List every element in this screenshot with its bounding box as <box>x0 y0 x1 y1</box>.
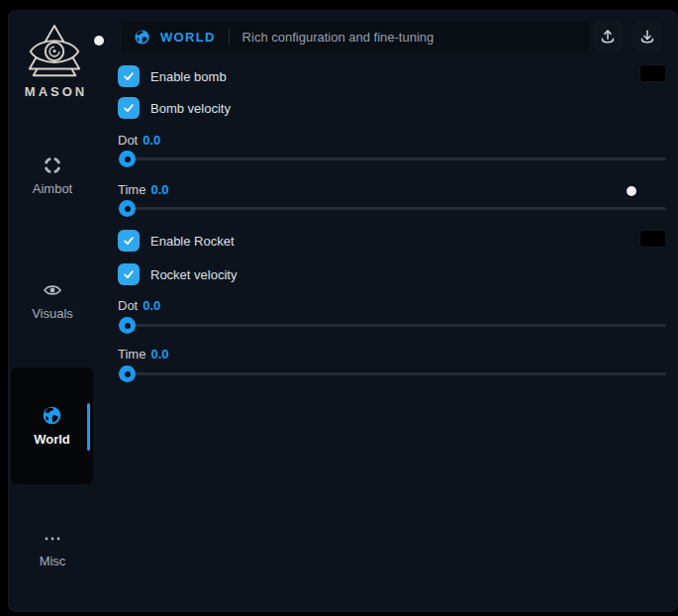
selected-indicator <box>87 403 90 451</box>
dot-slider-thumb[interactable] <box>119 151 136 167</box>
slider-label-time: Time0.0 <box>118 182 168 197</box>
enable-rocket-checkbox[interactable] <box>118 230 140 252</box>
checkbox-row-bomb-velocity: Bomb velocity <box>118 97 231 119</box>
checkmark-icon <box>122 234 136 248</box>
slider-label-time: Time0.0 <box>118 347 168 361</box>
dot-slider-thumb[interactable] <box>119 317 136 334</box>
checkmark-icon <box>122 69 136 83</box>
sidebar-item-label: Misc <box>11 554 94 568</box>
page-title: WORLD <box>160 30 216 45</box>
time-slider-thumb[interactable] <box>119 365 136 382</box>
page-header: WORLD Rich configuration and fine-tuning <box>122 21 589 52</box>
sidebar-item-label: Aimbot <box>11 181 94 196</box>
globe-icon <box>42 405 62 426</box>
slider-name: Dot <box>118 298 138 313</box>
checkbox-label: Bomb velocity <box>150 101 231 116</box>
checkbox-row-enable-bomb: Enable bomb <box>118 65 227 87</box>
slider-value: 0.0 <box>143 298 160 313</box>
header-divider <box>229 29 230 45</box>
sidebar-item-label: Visuals <box>11 306 94 321</box>
checkmark-icon <box>122 101 136 115</box>
eye-in-triangle-icon <box>24 23 85 82</box>
sidebar-item-misc[interactable]: Misc <box>11 530 94 568</box>
dot-slider-track[interactable] <box>118 157 666 160</box>
eye-icon <box>43 280 62 300</box>
slider-label-dot: Dot0.0 <box>118 298 160 313</box>
sidebar-item-label: World <box>11 432 93 447</box>
ellipsis-icon <box>43 530 62 548</box>
download-config-button[interactable] <box>632 22 662 51</box>
slider-name: Dot <box>118 133 138 148</box>
sidebar-item-aimbot[interactable]: Aimbot <box>11 155 94 196</box>
slider-value: 0.0 <box>150 182 168 197</box>
upload-icon <box>599 28 617 46</box>
checkbox-label: Enable Rocket <box>150 234 235 249</box>
sidebar: MASON Aimbot Visuals <box>9 11 118 611</box>
slider-value: 0.0 <box>143 133 160 148</box>
time-slider-track[interactable] <box>118 207 666 210</box>
rocket-velocity-checkbox[interactable] <box>118 263 140 285</box>
cursor-dot <box>627 186 636 196</box>
checkbox-label: Rocket velocity <box>150 267 237 282</box>
rocket-color-swatch[interactable] <box>639 230 666 248</box>
slider-name: Time <box>118 347 145 361</box>
checkbox-row-enable-rocket: Enable Rocket <box>118 230 235 252</box>
download-icon <box>638 28 656 46</box>
brand-name: MASON <box>17 84 92 99</box>
upload-config-button[interactable] <box>593 22 623 51</box>
slider-label-dot: Dot0.0 <box>118 133 160 148</box>
time-slider-track[interactable] <box>118 372 666 375</box>
cursor-dot <box>94 36 104 46</box>
globe-icon <box>134 29 150 46</box>
sidebar-item-world[interactable]: World <box>11 367 93 484</box>
sidebar-item-visuals[interactable]: Visuals <box>11 280 94 321</box>
dot-slider-track[interactable] <box>118 324 666 327</box>
checkmark-icon <box>122 267 136 281</box>
page-subtitle: Rich configuration and fine-tuning <box>242 30 435 45</box>
crosshair-icon <box>43 155 62 175</box>
slider-name: Time <box>118 182 145 197</box>
time-slider-thumb[interactable] <box>119 200 136 217</box>
slider-value: 0.0 <box>150 347 168 361</box>
bomb-velocity-checkbox[interactable] <box>118 97 140 119</box>
bomb-color-swatch[interactable] <box>639 64 666 82</box>
app-window: MASON Aimbot Visuals <box>8 10 678 612</box>
enable-bomb-checkbox[interactable] <box>118 65 140 87</box>
checkbox-label: Enable bomb <box>150 69 227 84</box>
brand-logo: MASON <box>17 23 92 99</box>
checkbox-row-rocket-velocity: Rocket velocity <box>118 263 237 285</box>
